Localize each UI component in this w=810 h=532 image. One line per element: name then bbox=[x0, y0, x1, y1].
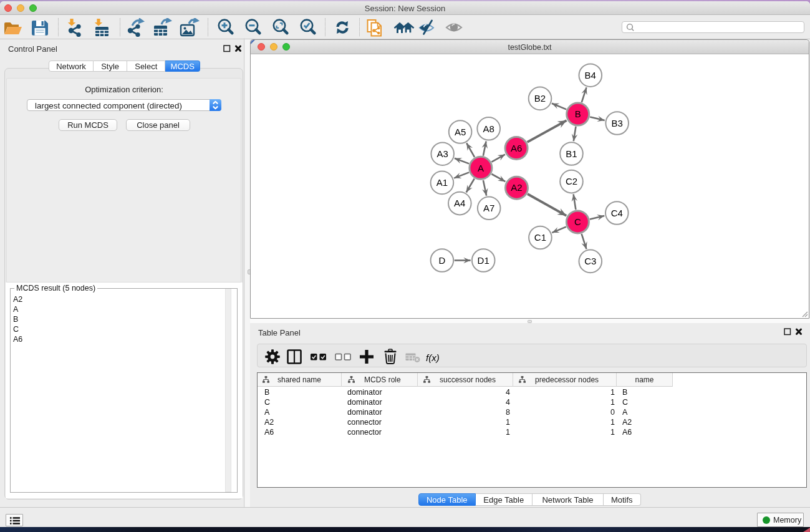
svg-text:B3: B3 bbox=[612, 118, 623, 128]
svg-text:A: A bbox=[478, 163, 484, 173]
svg-text:C4: C4 bbox=[611, 208, 623, 218]
svg-text:C: C bbox=[574, 216, 581, 227]
svg-text:D: D bbox=[438, 255, 445, 266]
svg-text:B4: B4 bbox=[585, 70, 596, 80]
svg-text:B2: B2 bbox=[534, 93, 546, 104]
svg-text:A2: A2 bbox=[511, 182, 522, 193]
svg-text:A1: A1 bbox=[436, 177, 448, 188]
svg-text:C1: C1 bbox=[534, 232, 546, 243]
svg-text:B: B bbox=[575, 109, 581, 119]
svg-text:f(x): f(x) bbox=[426, 352, 440, 363]
svg-text:A8: A8 bbox=[483, 123, 494, 134]
svg-text:C3: C3 bbox=[584, 256, 596, 266]
svg-text:D1: D1 bbox=[478, 255, 489, 266]
svg-text:A4: A4 bbox=[454, 198, 465, 208]
svg-text:A6: A6 bbox=[511, 143, 522, 153]
svg-text:C2: C2 bbox=[566, 176, 577, 186]
svg-text:B1: B1 bbox=[566, 148, 577, 159]
svg-text:A3: A3 bbox=[437, 148, 448, 159]
svg-text:A7: A7 bbox=[483, 203, 494, 213]
svg-text:A5: A5 bbox=[455, 127, 466, 137]
